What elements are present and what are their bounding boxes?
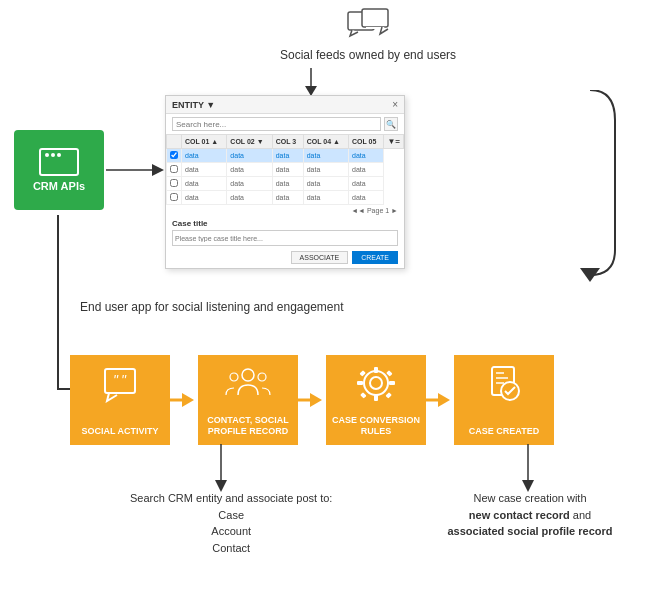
col-02-header[interactable]: COL 02 ▼: [227, 135, 272, 149]
case-title-label: Case title: [166, 216, 404, 229]
arrow-right-crm: [106, 162, 168, 178]
table-header-row: COL 01 ▲ COL 02 ▼ COL 3 COL 04 ▲ COL 05 …: [167, 135, 404, 149]
flow-box-case-created: CASE CREATED: [454, 355, 554, 445]
case-title-input[interactable]: [172, 230, 398, 246]
case-conversion-icon: [355, 365, 397, 406]
filter-icon[interactable]: ▼=: [384, 135, 404, 149]
svg-rect-26: [385, 392, 391, 398]
cell: data: [227, 177, 272, 191]
svg-point-14: [258, 373, 266, 381]
bottom-left-case: Case: [218, 509, 244, 521]
cell: data: [272, 177, 303, 191]
create-button[interactable]: CREATE: [352, 251, 398, 264]
flow-arrow-3: [426, 355, 454, 445]
bottom-right-connector: and: [573, 509, 591, 521]
dialog-table: COL 01 ▲ COL 02 ▼ COL 3 COL 04 ▲ COL 05 …: [166, 134, 404, 205]
search-icon[interactable]: 🔍: [384, 117, 398, 131]
flow-box-social-activity: " " SOCIAL ACTIVITY: [70, 355, 170, 445]
dialog-close-button[interactable]: ×: [392, 99, 398, 110]
social-feeds-label: Social feeds owned by end users: [280, 48, 456, 62]
social-feed-icon: [346, 8, 390, 44]
bottom-left-main-text: Search CRM entity and associate post to:: [130, 492, 332, 504]
cell: data: [349, 149, 384, 163]
cell: data: [303, 177, 348, 191]
flow-box-contact-social: CONTACT, SOCIAL PROFILE RECORD: [198, 355, 298, 445]
case-created-label: CASE CREATED: [464, 426, 544, 437]
svg-marker-28: [438, 393, 450, 407]
case-created-icon: [484, 365, 524, 406]
cell: data: [303, 163, 348, 177]
row-checkbox[interactable]: [167, 177, 182, 191]
dialog-header: ENTITY ▼ ×: [166, 96, 404, 114]
svg-point-12: [242, 369, 254, 381]
svg-rect-20: [374, 395, 378, 401]
end-user-app-label: End user app for social listening and en…: [80, 300, 344, 314]
svg-rect-7: [105, 369, 135, 393]
bottom-right-text1: New case creation with: [473, 492, 586, 504]
svg-point-13: [230, 373, 238, 381]
cell: data: [303, 191, 348, 205]
svg-point-18: [370, 377, 382, 389]
cell: data: [349, 163, 384, 177]
svg-rect-24: [386, 370, 392, 376]
crm-label: CRM APIs: [33, 180, 85, 192]
col-03-header[interactable]: COL 3: [272, 135, 303, 149]
table-row[interactable]: data data data data data: [167, 163, 404, 177]
cell: data: [272, 163, 303, 177]
crm-apis-box: CRM APIs: [14, 130, 104, 210]
associate-button[interactable]: ASSOCIATE: [291, 251, 349, 264]
flow-container: " " SOCIAL ACTIVITY: [70, 355, 554, 445]
svg-text:": ": [121, 372, 127, 388]
dialog-box: ENTITY ▼ × 🔍 COL 01 ▲ COL 02 ▼ COL 3 COL…: [165, 95, 405, 269]
table-row[interactable]: data data data data data: [167, 149, 404, 163]
cell: data: [349, 191, 384, 205]
row-checkbox[interactable]: [167, 163, 182, 177]
svg-point-17: [364, 371, 388, 395]
cell: data: [182, 177, 227, 191]
bottom-right-bold2: associated social profile record: [447, 525, 612, 537]
cell: data: [182, 191, 227, 205]
crm-icon: [39, 148, 79, 176]
col-01-header[interactable]: COL 01 ▲: [182, 135, 227, 149]
dialog-search-input[interactable]: [172, 117, 381, 131]
col-04-header[interactable]: COL 04 ▲: [303, 135, 348, 149]
dialog-pagination[interactable]: ◄◄ Page 1 ►: [166, 205, 404, 216]
svg-marker-5: [152, 164, 164, 176]
svg-rect-22: [389, 381, 395, 385]
svg-text:": ": [113, 372, 119, 388]
crm-dot-3: [57, 153, 61, 157]
svg-marker-11: [182, 393, 194, 407]
bottom-right-bold1: new contact record: [469, 509, 570, 521]
table-row[interactable]: data data data data data: [167, 177, 404, 191]
cell: data: [182, 163, 227, 177]
cell: data: [272, 149, 303, 163]
col-05-header[interactable]: COL 05: [349, 135, 384, 149]
left-vertical-line: [57, 215, 59, 390]
crm-icon-dots: [45, 153, 61, 157]
svg-rect-19: [374, 367, 378, 373]
cell: data: [227, 163, 272, 177]
diagram-container: Social feeds owned by end users CRM APIs…: [0, 0, 660, 611]
arrow-down-social: [303, 68, 319, 98]
crm-dot-1: [45, 153, 49, 157]
contact-social-icon: [224, 365, 272, 406]
svg-rect-1: [362, 9, 388, 27]
dialog-search-area: 🔍: [166, 114, 404, 134]
dialog-title: ENTITY ▼: [172, 100, 215, 110]
cell: data: [303, 149, 348, 163]
svg-rect-25: [360, 392, 366, 398]
bottom-text-left: Search CRM entity and associate post to:…: [130, 490, 332, 556]
bottom-left-contact: Contact: [212, 542, 250, 554]
flow-arrow-2: [298, 355, 326, 445]
arrow-down-contact: [213, 444, 229, 496]
svg-rect-21: [357, 381, 363, 385]
cell: data: [227, 191, 272, 205]
bottom-left-account: Account: [211, 525, 251, 537]
case-conversion-label: CASE CONVERSION RULES: [326, 415, 426, 437]
row-checkbox[interactable]: [167, 149, 182, 163]
row-checkbox[interactable]: [167, 191, 182, 205]
table-row[interactable]: data data data data data: [167, 191, 404, 205]
col-checkbox: [167, 135, 182, 149]
social-activity-label: SOCIAL ACTIVITY: [76, 426, 163, 437]
flow-box-case-conversion: CASE CONVERSION RULES: [326, 355, 426, 445]
